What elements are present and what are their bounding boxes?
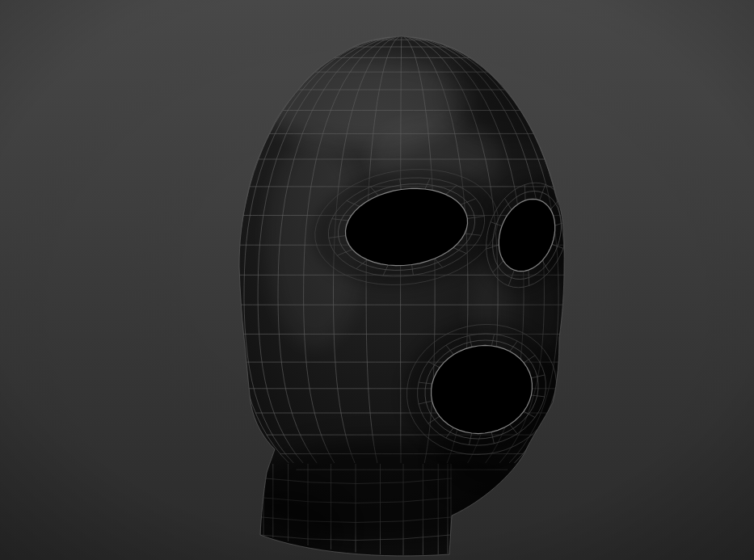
viewport-3d[interactable]: [0, 0, 754, 560]
scene-canvas[interactable]: [0, 0, 754, 560]
